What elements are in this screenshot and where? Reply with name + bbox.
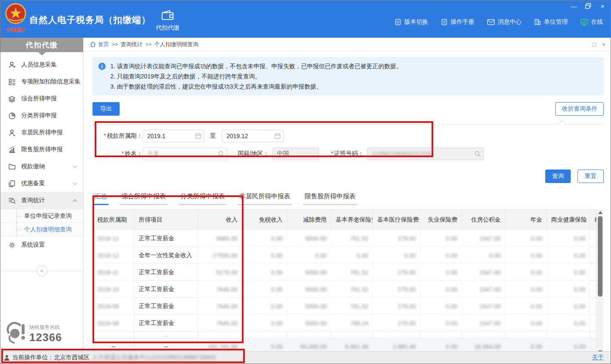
table-cell: 7645.00 [198,315,242,332]
sidebar-item-classified-income[interactable]: 分类所得申报 [0,107,83,124]
scroll-up-arrow-icon[interactable] [598,211,603,214]
sidebar-subitem-unit-declaration-query[interactable]: 单位申报记录查询 [0,209,83,223]
logo-caption: 中国税务 [3,27,28,33]
sidebar-item-special-deduction[interactable]: 专项附加扣除信息采集 [0,73,83,90]
query-form: *税款所属期： 至 *姓名： 马某 [92,125,604,167]
collapse-query-conditions-button[interactable]: 收折查询条件 [555,102,604,116]
table-cell: 5000.00 [287,230,331,247]
table-row: 2019-12正常工资薪金9985.000.005000.00761.52279… [93,230,597,247]
sidebar-item-query-statistics[interactable]: 查询统计 [0,192,83,209]
sidebar-item-label: 查询统计 [21,197,45,204]
table-cell [590,281,597,298]
table-cell [505,332,547,338]
vertical-scrollbar[interactable] [597,209,603,351]
column-header: 免税收入 [242,210,287,230]
table-cell [287,332,331,338]
main-area: i 1. 该查询统计表仅能查询已申报成功的数据，不包含未申报、申报失败，已申报但… [84,57,611,351]
wallet-icon [161,10,174,21]
tab-restricted-shares[interactable]: 限售股所得申报表 [303,191,357,205]
sidebar-collapse-button[interactable]: « [36,265,48,276]
id-number-input[interactable]: 110562199304221319 [367,147,484,160]
table-cell: 0.00 [420,247,462,264]
calendar-icon[interactable] [275,133,280,139]
table-cell [590,247,597,264]
nav-label: 单位管理 [544,18,568,26]
sidebar-item-label: 分类所得申报 [21,112,57,119]
table-cell: 279.00 [373,264,420,281]
sidebar-item-comprehensive-income[interactable]: 综合所得申报 [0,90,83,107]
table-cell: 761.52 [331,230,373,247]
result-table-clip: 税款所属期所得项目收入免税收入减除费用基本养老保险费基本医疗保险费失业保险费住房… [92,209,597,351]
table-cell: 0.00 [420,298,462,315]
app-window: — × 中国税务 自然人电子税务局（扣缴端） 代扣代缴 [0,0,611,364]
export-button[interactable]: 导出 [92,102,120,116]
table-cell: 9178.00 [198,264,242,281]
name-value: 马某 [147,150,159,158]
content-panel: 首页 >> 查询统计 >> 个人扣缴明细查询 □ × i 1. 该查询统计表仅能… [84,38,611,351]
breadcrumb-home[interactable]: 首页 [90,41,109,48]
breadcrumb-level1[interactable]: 查询统计 [121,41,143,48]
table-cell: 9985.00 [198,230,242,247]
nav-message-center[interactable]: 消息中心 [487,18,521,26]
table-cell: 2,960.40 [373,338,420,352]
sidebar-subitem-personal-withholding-query[interactable]: 个人扣缴明细查询 [0,223,83,236]
to-label: 至 [210,132,216,140]
sidebar-item-restricted-shares[interactable]: 限售股所得申报 [0,141,83,158]
table-cell: 2019-09 [93,298,135,315]
sidebar-collapse-row: « [0,265,83,276]
sidebar-item-label: 税款缴纳 [21,163,45,170]
vertical-scroll-thumb[interactable] [598,216,603,297]
sidebar-item-nonresident-income[interactable]: 非居民所得申报 [0,124,83,141]
sidebar-item-system-settings[interactable]: 系统设置 [0,236,83,253]
name-input[interactable]: 马某 [143,147,227,160]
sidebar-item-tax-payment[interactable]: 税款缴纳 [0,158,83,175]
sidebar-item-label: 非居民所得申报 [21,129,63,136]
calendar-icon[interactable] [195,133,201,139]
module-tab-withholding[interactable]: 代扣代缴 [150,10,185,32]
about-link[interactable]: 关于 [592,354,604,361]
tab-nonresident-income[interactable]: 非居民所得申报表 [238,191,292,205]
minimize-icon[interactable]: — [570,2,577,10]
table-cell [590,298,597,315]
panel-close-icon[interactable]: × [602,41,605,48]
search-icon[interactable] [474,151,481,157]
id-number-field: 110562199304221319 [367,147,484,160]
table-cell [373,332,420,338]
panel-maximize-icon[interactable]: □ [592,41,596,48]
tab-summary[interactable]: 汇总 [92,191,109,205]
table-cell: 279.00 [373,315,420,332]
sidebar-item-preferential-filing[interactable]: 优惠备案 [0,175,83,192]
toolbar: 导出 收折查询条件 [92,102,604,116]
user-edit-icon [8,129,16,136]
nationality-input[interactable] [272,147,319,160]
column-header: 收入 [198,210,242,230]
table-cell: 全年一次性奖金收入 [135,247,198,264]
table-cell: 0.00 [547,298,590,315]
table-cell: 0.00 [420,338,462,352]
table-cell [590,332,597,338]
current-operator-detail: 人力资源公共服务中心(12110562139687184H) [92,354,216,361]
table-cell: 正常工资薪金 [135,315,198,332]
period-label: *税款所属期： [92,132,143,140]
nav-user-manual[interactable]: 操作手册 [441,18,474,26]
table-cell: 761.52 [331,281,373,298]
restore-icon[interactable] [584,2,592,10]
search-icon[interactable] [218,151,224,157]
nav-label: 消息中心 [498,18,521,26]
table-cell: 0.00 [505,264,547,281]
nav-version-switch[interactable]: 版本切换 [395,18,428,26]
table-cell [590,338,597,352]
table-cell [93,332,135,338]
close-icon[interactable]: × [599,2,606,10]
table-cell: -- [135,338,198,352]
tab-classified-income[interactable]: 分类所得申报表 [179,191,227,205]
sidebar-item-label: 综合所得申报 [21,95,57,103]
nav-unit-management[interactable]: 单位管理 [534,18,568,26]
reset-button[interactable]: 重置 [577,169,604,183]
query-button[interactable]: 查询 [545,169,571,183]
pie-chart-icon [8,112,16,119]
breadcrumb: 首页 >> 查询统计 >> 个人扣缴明细查询 □ × [84,38,611,51]
tab-comprehensive-income[interactable]: 综合所得申报表 [120,191,168,205]
table-cell: 0.00 [505,281,547,298]
sidebar-item-personnel-info[interactable]: 人员信息采集 [0,56,83,73]
